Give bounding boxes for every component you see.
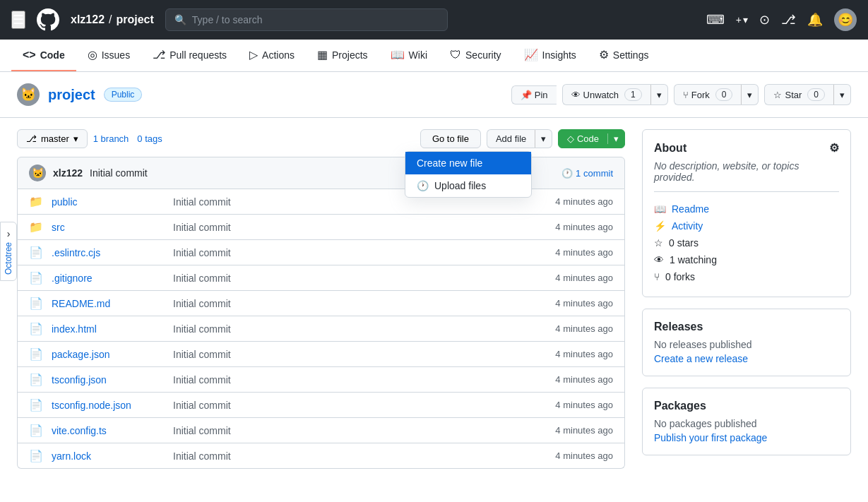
publish-package-link[interactable]: Publish your first package: [654, 432, 767, 443]
branch-bar: ⎇ master ▾ 1 branch 0 tags Go to file: [17, 129, 625, 148]
file-time: 4 minutes ago: [555, 298, 613, 309]
github-logo[interactable]: [37, 8, 59, 31]
star-button[interactable]: ☆ Star 0: [764, 84, 833, 105]
forks-row: ⑂ 0 forks: [654, 268, 839, 285]
table-row: 📄 tsconfig.json Initial commit 4 minutes…: [18, 367, 624, 393]
branch-selector[interactable]: ⎇ master ▾: [17, 129, 88, 148]
file-commit: Initial commit: [173, 450, 547, 462]
tab-projects-label: Projects: [332, 49, 368, 61]
create-button[interactable]: + ▾: [736, 14, 748, 25]
terminal-icon[interactable]: ⌨: [706, 12, 725, 28]
file-icon: 📄: [29, 424, 43, 437]
table-row: 📄 yarn.lock Initial commit 4 minutes ago: [18, 443, 624, 468]
add-file-dropdown-button[interactable]: ▾: [535, 129, 552, 148]
file-name[interactable]: index.html: [52, 323, 165, 335]
file-table: 📁 public Initial commit 4 minutes ago 📁 …: [17, 189, 625, 469]
file-commit: Initial commit: [173, 425, 547, 436]
watch-dropdown-button[interactable]: ▾: [650, 84, 668, 105]
tags-link[interactable]: 0 tags: [137, 133, 162, 144]
star-dropdown-button[interactable]: ▾: [833, 84, 851, 105]
chevron-down-icon: ▾: [743, 14, 748, 25]
tab-wiki[interactable]: 📖 Wiki: [379, 40, 439, 71]
fork-dropdown-button[interactable]: ▾: [741, 84, 759, 105]
tab-code[interactable]: <> Code: [11, 40, 76, 71]
projects-tab-icon: ▦: [317, 48, 328, 61]
about-header: About ⚙: [654, 141, 839, 155]
file-name[interactable]: src: [52, 222, 165, 233]
file-icon: 📄: [29, 347, 43, 361]
file-name[interactable]: .eslintrc.cjs: [52, 247, 165, 258]
tags-count: 0: [137, 133, 142, 144]
create-release-link[interactable]: Create a new release: [654, 353, 748, 364]
tab-security[interactable]: 🛡 Security: [439, 40, 513, 71]
file-icon: 📁: [29, 195, 43, 208]
file-time: 4 minutes ago: [555, 450, 613, 461]
tab-insights[interactable]: 📈 Insights: [513, 40, 588, 71]
gear-icon[interactable]: ⚙: [829, 141, 839, 155]
branch-actions: Go to file Add file ▾ ◇ Code ▾: [420, 129, 625, 148]
file-name[interactable]: tsconfig.json: [52, 374, 165, 386]
repo-title[interactable]: project: [48, 87, 95, 103]
pin-button[interactable]: 📌 Pin: [511, 85, 557, 104]
side-panel-tab[interactable]: › Octotree: [0, 221, 17, 280]
tab-issues[interactable]: ◎ Issues: [76, 40, 141, 71]
table-row: 📄 README.md Initial commit 4 minutes ago: [18, 291, 624, 316]
tab-actions[interactable]: ▷ Actions: [238, 40, 306, 71]
code-chevron-icon: ▾: [608, 133, 624, 144]
file-time: 4 minutes ago: [555, 349, 613, 359]
avatar[interactable]: 😊: [834, 8, 857, 31]
repo-header-actions: 📌 Pin 👁 Unwatch 1 ▾ ⑂ Fork 0 ▾: [511, 84, 851, 105]
table-row: 📄 package.json Initial commit 4 minutes …: [18, 342, 624, 367]
hamburger-button[interactable]: ☰: [11, 11, 25, 29]
watch-label: Unwatch: [583, 90, 619, 100]
watching-row: 👁 1 watching: [654, 251, 839, 268]
file-name[interactable]: vite.config.ts: [52, 425, 165, 436]
tab-projects[interactable]: ▦ Projects: [306, 40, 379, 71]
breadcrumb-user[interactable]: xlz122: [71, 13, 105, 26]
star-button-group: ☆ Star 0 ▾: [764, 84, 851, 105]
add-file-button[interactable]: Add file: [487, 129, 535, 148]
file-icon: 📄: [29, 449, 43, 462]
activity-icon: ⚡: [654, 220, 666, 232]
commit-user[interactable]: xlz122: [53, 167, 83, 179]
branch-chevron-icon: ▾: [73, 133, 78, 144]
tab-pr-label: Pull requests: [170, 49, 227, 61]
readme-link[interactable]: Readme: [672, 203, 709, 215]
file-name[interactable]: README.md: [52, 298, 165, 309]
pr-icon[interactable]: ⎇: [781, 12, 796, 28]
breadcrumb: xlz122 / project: [71, 13, 154, 26]
breadcrumb-separator: /: [109, 13, 112, 26]
tab-settings[interactable]: ⚙ Settings: [588, 40, 660, 71]
navbar: ☰ xlz122 / project 🔍 Type / to search ⌨ …: [0, 0, 868, 40]
issue-icon[interactable]: ⊙: [759, 12, 770, 28]
upload-files-option[interactable]: 🕐 Upload files: [405, 174, 531, 197]
file-name[interactable]: yarn.lock: [52, 450, 165, 462]
insights-tab-icon: 📈: [524, 48, 538, 61]
file-name[interactable]: .gitignore: [52, 273, 165, 284]
no-packages-label: No packages published: [654, 418, 839, 429]
file-icon: 📄: [29, 322, 43, 335]
go-to-file-button[interactable]: Go to file: [420, 129, 481, 148]
activity-link[interactable]: Activity: [672, 220, 703, 232]
branches-label: branch: [101, 133, 129, 144]
search-bar[interactable]: 🔍 Type / to search: [165, 8, 448, 31]
code-button[interactable]: ◇ Code ▾: [558, 129, 625, 148]
file-name[interactable]: tsconfig.node.json: [52, 400, 165, 411]
search-icon: 🔍: [174, 14, 186, 25]
code-button-label: ◇ Code: [559, 133, 608, 144]
watch-button[interactable]: 👁 Unwatch 1: [562, 84, 650, 105]
upload-icon: 🕐: [417, 180, 429, 191]
packages-title: Packages: [654, 400, 839, 412]
commits-count-link[interactable]: 🕐 1 commit: [561, 168, 613, 179]
create-new-file-option[interactable]: Create new file: [405, 152, 531, 174]
tab-pull-requests[interactable]: ⎇ Pull requests: [141, 40, 238, 71]
file-name[interactable]: public: [52, 196, 165, 208]
main-content: ⎇ master ▾ 1 branch 0 tags Go to file: [0, 118, 868, 480]
fork-button[interactable]: ⑂ Fork 0: [674, 84, 742, 105]
branches-link[interactable]: 1 branch: [93, 133, 129, 144]
notification-icon[interactable]: 🔔: [807, 12, 823, 28]
file-commit: Initial commit: [173, 273, 547, 284]
breadcrumb-repo[interactable]: project: [117, 13, 154, 26]
settings-tab-icon: ⚙: [599, 48, 609, 61]
file-name[interactable]: package.json: [52, 349, 165, 360]
